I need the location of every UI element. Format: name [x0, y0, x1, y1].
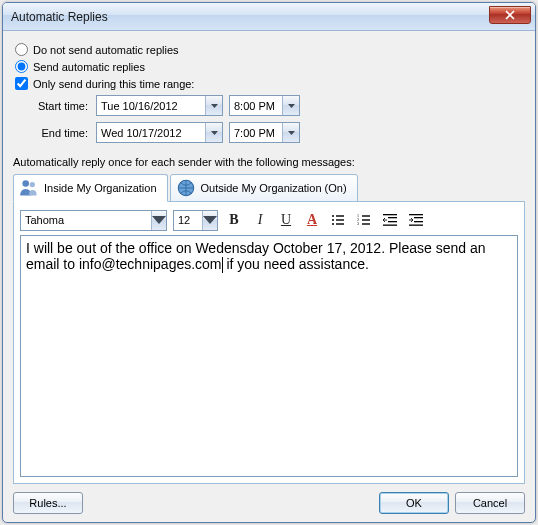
- radio-send-auto-input[interactable]: [15, 60, 28, 73]
- tab-outside-org[interactable]: Outside My Organization (On): [170, 174, 358, 202]
- tab-strip: Inside My Organization Outside My Organi…: [13, 172, 525, 202]
- underline-button[interactable]: U: [276, 210, 296, 230]
- italic-button[interactable]: I: [250, 210, 270, 230]
- dialog-content: Do not send automatic replies Send autom…: [3, 31, 535, 522]
- end-time-label: End time:: [13, 127, 88, 139]
- row-start-time: Start time:: [13, 95, 525, 116]
- svg-rect-16: [388, 217, 397, 218]
- svg-point-3: [332, 215, 334, 217]
- check-only-range-label: Only send during this time range:: [33, 78, 194, 90]
- svg-rect-14: [362, 223, 370, 224]
- cancel-button[interactable]: Cancel: [455, 492, 525, 514]
- svg-rect-6: [336, 219, 344, 220]
- radio-send-auto[interactable]: Send automatic replies: [13, 60, 525, 73]
- svg-rect-4: [336, 215, 344, 216]
- chevron-down-icon[interactable]: [205, 96, 222, 115]
- svg-point-0: [22, 180, 29, 187]
- format-toolbar: B I U A 123: [20, 208, 518, 232]
- svg-rect-10: [362, 215, 370, 216]
- radio-send-auto-label: Send automatic replies: [33, 61, 145, 73]
- chevron-down-icon[interactable]: [205, 123, 222, 142]
- radio-do-not-send[interactable]: Do not send automatic replies: [13, 43, 525, 56]
- people-icon: [18, 178, 40, 198]
- end-time-combo[interactable]: [229, 122, 300, 143]
- svg-text:3: 3: [357, 221, 359, 226]
- svg-rect-19: [409, 214, 423, 215]
- check-only-range[interactable]: Only send during this time range:: [13, 77, 525, 90]
- svg-rect-15: [383, 214, 397, 215]
- message-editor[interactable]: I will be out of the office on Wedensday…: [20, 235, 518, 477]
- start-date-input[interactable]: [97, 96, 205, 115]
- radio-do-not-send-input[interactable]: [15, 43, 28, 56]
- start-time-combo[interactable]: [229, 95, 300, 116]
- numbered-list-button[interactable]: 123: [354, 210, 374, 230]
- start-date-combo[interactable]: [96, 95, 223, 116]
- section-label: Automatically reply once for each sender…: [13, 156, 525, 168]
- start-time-input[interactable]: [230, 96, 282, 115]
- end-date-input[interactable]: [97, 123, 205, 142]
- svg-point-5: [332, 219, 334, 221]
- svg-rect-17: [388, 221, 397, 222]
- chevron-down-icon[interactable]: [202, 211, 217, 230]
- font-family-input[interactable]: [21, 211, 151, 230]
- message-text-part2: if you need assistance.: [223, 256, 369, 272]
- svg-rect-22: [409, 225, 423, 226]
- tab-inside-org-label: Inside My Organization: [44, 182, 157, 194]
- globe-icon: [175, 178, 197, 198]
- chevron-down-icon[interactable]: [282, 123, 299, 142]
- check-only-range-input[interactable]: [15, 77, 28, 90]
- title-bar[interactable]: Automatic Replies: [3, 3, 535, 31]
- tab-panel-inside: B I U A 123 I will be out of the offic: [13, 201, 525, 484]
- close-button[interactable]: [489, 6, 531, 24]
- bold-button[interactable]: B: [224, 210, 244, 230]
- font-family-combo[interactable]: [20, 210, 167, 231]
- tab-inside-org[interactable]: Inside My Organization: [13, 174, 168, 202]
- svg-point-7: [332, 223, 334, 225]
- svg-rect-8: [336, 223, 344, 224]
- indent-button[interactable]: [406, 210, 426, 230]
- chevron-down-icon[interactable]: [282, 96, 299, 115]
- tab-outside-org-label: Outside My Organization (On): [201, 182, 347, 194]
- font-size-input[interactable]: [174, 211, 202, 230]
- ok-button[interactable]: OK: [379, 492, 449, 514]
- end-date-combo[interactable]: [96, 122, 223, 143]
- svg-rect-20: [414, 217, 423, 218]
- dialog-window: Automatic Replies Do not send automatic …: [2, 2, 536, 523]
- font-size-combo[interactable]: [173, 210, 218, 231]
- chevron-down-icon[interactable]: [151, 211, 166, 230]
- rules-button[interactable]: Rules...: [13, 492, 83, 514]
- window-title: Automatic Replies: [11, 10, 489, 24]
- svg-point-1: [30, 182, 35, 187]
- outdent-button[interactable]: [380, 210, 400, 230]
- row-end-time: End time:: [13, 122, 525, 143]
- end-time-input[interactable]: [230, 123, 282, 142]
- svg-rect-12: [362, 219, 370, 220]
- svg-rect-21: [414, 221, 423, 222]
- start-time-label: Start time:: [13, 100, 88, 112]
- svg-rect-18: [383, 225, 397, 226]
- radio-do-not-send-label: Do not send automatic replies: [33, 44, 179, 56]
- dialog-button-row: Rules... OK Cancel: [13, 484, 525, 514]
- font-color-button[interactable]: A: [302, 210, 322, 230]
- bullet-list-button[interactable]: [328, 210, 348, 230]
